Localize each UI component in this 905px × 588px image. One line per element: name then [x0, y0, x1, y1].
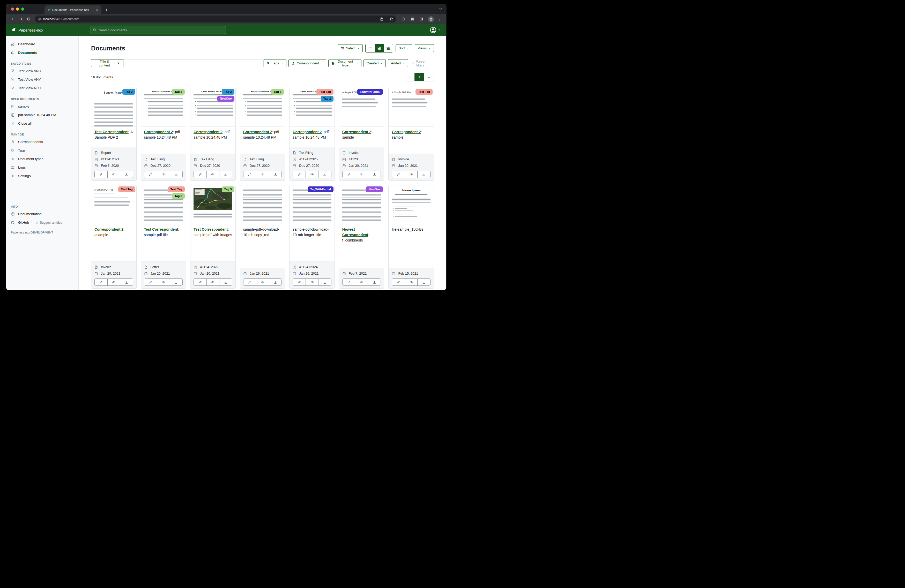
zoom-window-button[interactable]	[21, 8, 24, 11]
correspondent-link[interactable]: Newest Correspondent	[342, 227, 368, 237]
sidebar-item-logs[interactable]: Logs	[6, 163, 78, 172]
edit-document-button[interactable]	[343, 279, 355, 285]
correspondent-link[interactable]: Test Correspondent	[144, 227, 178, 231]
view-document-button[interactable]	[107, 171, 120, 178]
sidebar-item-documents[interactable]: Documents	[6, 48, 78, 57]
tag-badge[interactable]: Test Tag	[416, 89, 433, 95]
edit-document-button[interactable]	[144, 279, 157, 285]
download-document-button[interactable]	[269, 279, 282, 285]
view-document-button[interactable]	[107, 279, 120, 285]
site-info-icon[interactable]	[38, 17, 41, 21]
document-thumbnail[interactable]: Lorem ipsum	[389, 185, 433, 224]
sidebar-item-dashboard[interactable]: Dashboard	[6, 40, 78, 48]
edit-document-button[interactable]	[392, 279, 405, 285]
tag-badge[interactable]: Tag 3	[172, 89, 185, 95]
sidebar-item-correspondents[interactable]: Correspondents	[6, 138, 78, 146]
view-document-button[interactable]	[355, 171, 368, 178]
reload-button[interactable]	[25, 16, 32, 22]
edit-document-button[interactable]	[194, 279, 206, 285]
tag-badge[interactable]: Tag 3	[172, 193, 185, 199]
correspondent-link[interactable]: Correspondent 2	[94, 227, 124, 231]
download-document-button[interactable]	[417, 279, 430, 285]
pagination-prev-button[interactable]: «	[405, 73, 414, 81]
browser-tab[interactable]: Documents - Paperless-ngx	[44, 5, 102, 14]
app-brand[interactable]: Paperless-ngx	[6, 28, 79, 32]
tag-badge[interactable]: Test Tag	[118, 186, 135, 192]
filter-document-type-button[interactable]: Document type	[328, 59, 362, 67]
document-thumbnail[interactable]: NewOne	[339, 185, 384, 224]
download-document-button[interactable]	[170, 171, 183, 178]
bookmark-star-icon[interactable]	[389, 17, 393, 21]
download-document-button[interactable]	[269, 171, 282, 178]
download-document-button[interactable]	[120, 171, 133, 178]
tag-badge[interactable]: Tag 3	[271, 89, 284, 95]
tag-badge[interactable]: NewOne	[218, 96, 234, 101]
select-button[interactable]: Select	[338, 44, 363, 52]
document-thumbnail[interactable]: Adobe Acrobat PDF Files Tag 2NewOne	[191, 88, 235, 127]
correspondent-link[interactable]: Correspondent 2	[342, 130, 371, 134]
edit-document-button[interactable]	[293, 171, 306, 178]
view-document-button[interactable]	[157, 279, 170, 285]
sidebar-item-settings[interactable]: Settings	[6, 172, 78, 180]
address-bar[interactable]: localhost:4200/documents	[35, 16, 396, 22]
document-thumbnail[interactable]: TagWithPartial	[289, 185, 335, 224]
document-thumbnail[interactable]: Adobe Acrobat PDF Files Tag 3	[240, 88, 285, 127]
correspondent-link[interactable]: Correspondent 2	[392, 130, 421, 134]
back-button[interactable]	[10, 16, 16, 22]
edit-document-button[interactable]	[293, 279, 306, 285]
edit-document-button[interactable]	[243, 279, 256, 285]
tag-badge[interactable]: TagWithPartial	[357, 89, 383, 95]
pagination-page-1-button[interactable]: 1	[414, 73, 424, 81]
view-document-button[interactable]	[157, 171, 170, 178]
download-document-button[interactable]	[417, 171, 430, 178]
pagination-next-button[interactable]: »	[424, 73, 433, 81]
minimize-window-button[interactable]	[16, 8, 19, 11]
filter-added-button[interactable]: Added	[388, 59, 408, 67]
correspondent-link[interactable]: Test Correspondent	[194, 227, 228, 231]
download-document-button[interactable]	[318, 171, 331, 178]
download-document-button[interactable]	[120, 279, 133, 285]
forward-button[interactable]	[17, 16, 24, 22]
correspondent-link[interactable]: Correspondent 2	[243, 130, 272, 134]
correspondent-link[interactable]: Correspondent 2	[144, 130, 173, 134]
browser-profile-avatar[interactable]	[428, 16, 434, 22]
sidebar-item-sample[interactable]: sample	[6, 102, 78, 111]
filter-field-dropdown[interactable]: Title & content	[91, 59, 124, 67]
edit-document-button[interactable]	[343, 171, 355, 178]
document-thumbnail[interactable]: Adobe Acrobat PDF Files Test TagTag 2	[289, 88, 335, 127]
view-document-button[interactable]	[405, 279, 418, 285]
sidebar-item-github[interactable]: GitHubSuggest an idea	[6, 218, 78, 227]
tag-badge[interactable]: Tag 2	[222, 89, 234, 95]
filter-correspondent-button[interactable]: Correspondent	[289, 59, 326, 67]
correspondent-link[interactable]: Correspondent 2	[194, 130, 222, 134]
user-menu[interactable]	[430, 27, 446, 33]
sidebar-item-tags[interactable]: Tags	[6, 146, 78, 155]
edit-document-button[interactable]	[95, 279, 107, 285]
browser-menu-kebab-icon[interactable]: ⋮	[438, 17, 441, 21]
document-thumbnail[interactable]: Tag 3	[191, 185, 235, 224]
views-button[interactable]: Views	[415, 44, 434, 52]
grid-view-toggle[interactable]	[375, 44, 384, 52]
global-search-input[interactable]	[90, 26, 226, 34]
document-thumbnail[interactable]: A Simple PDF File Test Tag	[389, 88, 433, 127]
sidebar-item-test-view-any[interactable]: Test View ANY	[6, 75, 78, 84]
edit-document-button[interactable]	[144, 171, 157, 178]
view-document-button[interactable]	[256, 279, 269, 285]
filter-created-button[interactable]: Created	[364, 59, 386, 67]
tag-badge[interactable]: TagWithPartial	[308, 186, 333, 192]
sidebar-toggle-icon[interactable]	[419, 17, 423, 21]
sidebar-item-test-view-and[interactable]: Test View AND	[6, 67, 78, 75]
view-document-button[interactable]	[206, 171, 219, 178]
download-document-button[interactable]	[368, 279, 381, 285]
correspondent-link[interactable]: Correspondent 2	[293, 130, 322, 134]
download-document-button[interactable]	[219, 171, 232, 178]
close-window-button[interactable]	[11, 8, 14, 11]
tag-badge[interactable]: Test Tag	[168, 186, 185, 192]
document-thumbnail[interactable]: Test TagTag 3	[141, 185, 186, 224]
view-document-button[interactable]	[256, 171, 269, 178]
password-manager-icon[interactable]	[401, 17, 405, 21]
view-document-button[interactable]	[206, 279, 219, 285]
tag-badge[interactable]: Tag 3	[222, 186, 234, 192]
document-thumbnail[interactable]: Lorem Ipsum Tag 2	[91, 88, 137, 127]
edit-document-button[interactable]	[194, 171, 206, 178]
